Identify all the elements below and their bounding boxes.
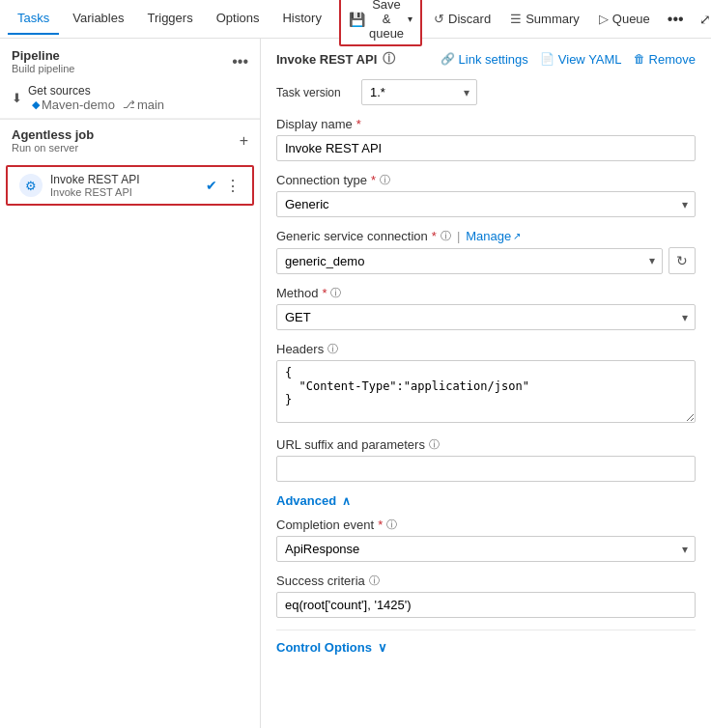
control-options-section[interactable]: Control Options ∨ xyxy=(276,630,696,655)
right-panel: Invoke REST API ⓘ 🔗 Link settings 📄 View… xyxy=(261,39,711,728)
pipeline-subtitle: Build pipeline xyxy=(12,63,74,74)
success-criteria-input[interactable] xyxy=(276,592,696,618)
task-version-row: Task version 1.* xyxy=(276,79,696,105)
agentless-job-title: Agentless job xyxy=(12,127,94,142)
nav-tab-tasks[interactable]: Tasks xyxy=(8,3,59,35)
connection-type-required: * xyxy=(371,173,376,187)
completion-event-info-icon[interactable]: ⓘ xyxy=(386,518,397,532)
advanced-header[interactable]: Advanced ∧ xyxy=(276,493,696,508)
remove-button[interactable]: 🗑 Remove xyxy=(634,52,696,67)
view-yaml-icon: 📄 xyxy=(540,52,555,66)
completion-event-select-wrapper: ApiResponse xyxy=(276,536,696,562)
get-sources-item[interactable]: ⬇ Get sources ◆ Maven-demo ⎇ main xyxy=(0,78,260,119)
headers-label: Headers ⓘ xyxy=(276,342,696,356)
save-queue-chevron-icon: ▾ xyxy=(408,14,412,24)
discard-button[interactable]: ↺ Discard xyxy=(426,8,498,30)
task-check-icon: ✔ xyxy=(206,178,217,193)
connection-type-group: Connection type * ⓘ Generic xyxy=(276,173,696,217)
add-task-button[interactable]: + xyxy=(240,132,248,150)
nav-tab-triggers[interactable]: Triggers xyxy=(137,3,202,35)
task-text: Invoke REST API Invoke REST API xyxy=(50,173,198,198)
left-panel: Pipeline Build pipeline ••• ⬇ Get source… xyxy=(0,39,261,728)
task-sub: Invoke REST API xyxy=(50,186,198,198)
agentless-job-sub: Run on server xyxy=(12,142,94,154)
view-yaml-button[interactable]: 📄 View YAML xyxy=(540,52,622,67)
completion-event-required: * xyxy=(378,518,383,532)
queue-button[interactable]: ▷ Queue xyxy=(591,8,658,30)
advanced-chevron-icon: ∧ xyxy=(342,494,351,508)
generic-service-label: Generic service connection * ⓘ | Manage … xyxy=(276,229,696,243)
top-nav: Tasks Variables Triggers Options History… xyxy=(0,0,711,39)
agentless-job-section: Agentless job Run on server + xyxy=(0,119,260,161)
expand-button[interactable]: ⤢ xyxy=(694,8,711,31)
task-name: Invoke REST API xyxy=(50,173,198,186)
headers-info-icon[interactable]: ⓘ xyxy=(327,342,338,356)
main-layout: Pipeline Build pipeline ••• ⬇ Get source… xyxy=(0,39,711,728)
generic-service-group: Generic service connection * ⓘ | Manage … xyxy=(276,229,696,274)
queue-label: Queue xyxy=(612,12,650,26)
generic-service-info-icon[interactable]: ⓘ xyxy=(441,229,451,243)
get-sources-sub: ◆ Maven-demo ⎇ main xyxy=(32,98,164,112)
maven-icon: ◆ xyxy=(32,98,40,111)
task-version-select[interactable]: 1.* xyxy=(361,79,477,105)
task-menu-icon[interactable]: ⋮ xyxy=(225,177,241,195)
link-settings-icon: 🔗 xyxy=(441,52,455,66)
nav-tab-history[interactable]: History xyxy=(272,3,330,35)
view-yaml-label: View YAML xyxy=(558,52,622,67)
invoke-rest-api-task[interactable]: ⚙ Invoke REST API Invoke REST API ✔ ⋮ xyxy=(6,165,254,206)
invoke-title-text: Invoke REST API xyxy=(276,52,377,67)
nav-tab-options[interactable]: Options xyxy=(207,3,270,35)
manage-link[interactable]: Manage ↗ xyxy=(466,229,521,243)
summary-button[interactable]: ☰ Summary xyxy=(502,8,587,30)
invoke-info-icon[interactable]: ⓘ xyxy=(383,50,395,68)
refresh-button[interactable]: ↻ xyxy=(668,247,696,274)
summary-icon: ☰ xyxy=(510,12,522,26)
agentless-job-info: Agentless job Run on server xyxy=(12,127,94,154)
completion-event-select[interactable]: ApiResponse xyxy=(276,536,696,562)
summary-label: Summary xyxy=(526,12,580,26)
connection-row: generic_demo ↻ xyxy=(276,247,696,274)
connection-type-label: Connection type * ⓘ xyxy=(276,173,696,187)
save-icon: 💾 xyxy=(349,12,365,27)
discard-icon: ↺ xyxy=(434,12,444,26)
task-gear-icon: ⚙ xyxy=(19,174,43,197)
get-sources-icon: ⬇ xyxy=(12,91,22,105)
url-suffix-group: URL suffix and parameters ⓘ xyxy=(276,437,696,482)
pipeline-title: Pipeline xyxy=(12,48,74,63)
url-suffix-input[interactable] xyxy=(276,456,696,482)
task-version-select-wrapper: 1.* xyxy=(361,79,477,105)
connection-type-select-wrapper: Generic xyxy=(276,191,696,217)
more-button[interactable]: ••• xyxy=(662,7,690,32)
link-settings-button[interactable]: 🔗 Link settings xyxy=(441,52,528,67)
connection-type-info-icon[interactable]: ⓘ xyxy=(380,173,390,187)
get-sources-maven: ◆ Maven-demo xyxy=(32,98,115,112)
url-suffix-info-icon[interactable]: ⓘ xyxy=(429,437,440,452)
method-select[interactable]: GET xyxy=(276,304,696,330)
link-settings-label: Link settings xyxy=(459,52,528,67)
url-suffix-label: URL suffix and parameters ⓘ xyxy=(276,437,696,452)
display-name-group: Display name * xyxy=(276,117,696,161)
method-group: Method * ⓘ GET xyxy=(276,286,696,330)
get-sources-content: Get sources ◆ Maven-demo ⎇ main xyxy=(28,84,164,112)
display-name-required: * xyxy=(356,117,361,131)
display-name-label: Display name * xyxy=(276,117,696,131)
get-sources-label: Get sources xyxy=(28,84,164,98)
display-name-input[interactable] xyxy=(276,135,696,161)
connection-type-select[interactable]: Generic xyxy=(276,191,696,217)
pipeline-more-button[interactable]: ••• xyxy=(232,53,248,70)
remove-label: Remove xyxy=(649,52,696,67)
method-info-icon[interactable]: ⓘ xyxy=(330,286,341,300)
generic-demo-select[interactable]: generic_demo xyxy=(276,248,663,274)
queue-icon: ▷ xyxy=(599,12,609,26)
success-criteria-info-icon[interactable]: ⓘ xyxy=(369,574,380,588)
invoke-actions: 🔗 Link settings 📄 View YAML 🗑 Remove xyxy=(441,52,696,67)
method-select-wrapper: GET xyxy=(276,304,696,330)
control-options-label: Control Options xyxy=(276,640,372,655)
headers-textarea[interactable]: { "Content-Type":"application/json" } xyxy=(276,360,696,423)
nav-tab-variables[interactable]: Variables xyxy=(63,3,133,35)
method-label: Method * ⓘ xyxy=(276,286,696,300)
success-criteria-group: Success criteria ⓘ xyxy=(276,574,696,618)
advanced-label: Advanced xyxy=(276,493,336,508)
control-options-chevron-icon: ∨ xyxy=(378,640,387,655)
get-sources-branch: ⎇ main xyxy=(123,98,164,112)
